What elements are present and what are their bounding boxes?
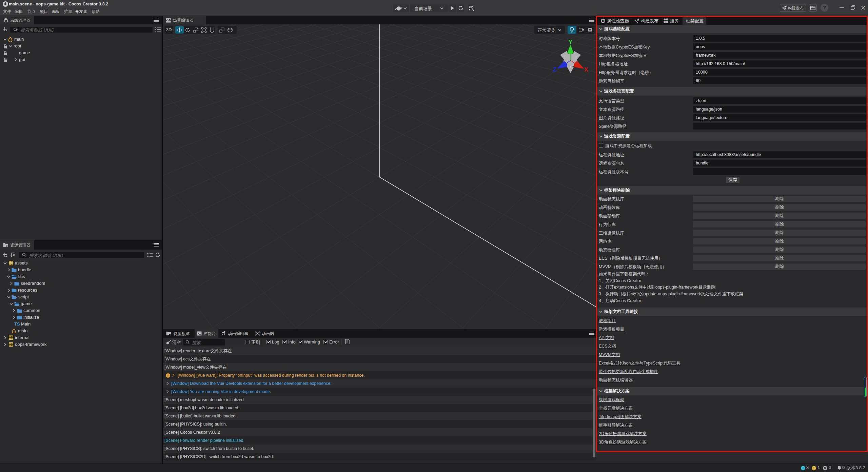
svg-text:Y: Y: [569, 39, 573, 45]
svg-text:Z: Z: [553, 66, 556, 73]
svg-text:X: X: [584, 66, 588, 73]
